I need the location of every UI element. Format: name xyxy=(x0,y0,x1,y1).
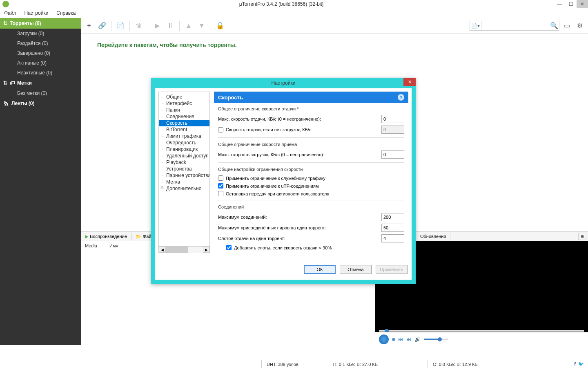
sidebar-feeds-header[interactable]: Ленты (0) xyxy=(0,98,81,109)
add-torrent-button[interactable]: + xyxy=(83,20,95,31)
tree-remote[interactable]: Удалённый доступ xyxy=(159,153,209,159)
tab-updates[interactable]: Обновления xyxy=(416,233,450,240)
tab-label: Обновления xyxy=(420,234,446,239)
prev-icon[interactable]: ⏮ xyxy=(398,337,403,342)
create-torrent-button[interactable]: 📄 xyxy=(115,20,126,31)
alt-upload-label: Скорость отдачи, если нет загрузок, КБ/с… xyxy=(226,127,312,132)
help-icon[interactable]: ? xyxy=(398,94,404,101)
tree-paired-devices[interactable]: Парные устройства xyxy=(159,172,209,179)
tree-folders[interactable]: Папки xyxy=(159,107,209,113)
max-conn-input[interactable] xyxy=(381,213,404,221)
play-button[interactable] xyxy=(379,334,389,344)
preferences-button[interactable]: ⚙ xyxy=(574,20,586,31)
tree-bittorrent[interactable]: BitTorrent xyxy=(159,126,209,133)
tab-menu-button[interactable]: ≡ xyxy=(578,233,586,240)
group-connections: Соединений Максимум соединений: Максимум… xyxy=(214,201,408,253)
stop-checkbox[interactable] xyxy=(218,191,223,196)
search-button[interactable]: 🔍 xyxy=(549,20,559,31)
column-name[interactable]: Имя xyxy=(109,243,118,248)
minimize-button[interactable]: — xyxy=(554,0,565,8)
stop-icon[interactable]: ■ xyxy=(392,337,395,342)
tree-advanced[interactable]: Дополнительно xyxy=(159,185,209,192)
tree-playback[interactable]: Playback xyxy=(159,159,209,166)
titlebar: μTorrentPro 3.4.2 (build 38656) [32-bit]… xyxy=(0,0,588,8)
tree-queue[interactable]: Очерёдность xyxy=(159,139,209,146)
tree-label[interactable]: Метка xyxy=(159,179,209,185)
max-upload-input[interactable] xyxy=(381,115,404,123)
add-url-button[interactable]: 🔗 xyxy=(96,20,108,31)
start-button[interactable]: ▶ xyxy=(151,20,163,31)
sidebar-item-active[interactable]: Активные (0) xyxy=(0,58,81,68)
tree-devices[interactable]: Устройства xyxy=(159,166,209,172)
scroll-thumb[interactable] xyxy=(165,247,188,253)
max-download-input[interactable] xyxy=(381,150,404,159)
max-peers-label: Максимум присоединённых пиров на один то… xyxy=(218,225,326,230)
volume-icon[interactable]: 🔊 xyxy=(414,337,421,342)
column-media[interactable]: Media xyxy=(85,243,97,248)
separator xyxy=(148,21,148,31)
group-download: Общее ограничение скорости приёма Макс. … xyxy=(214,139,408,162)
sidebar-item-completed[interactable]: Завершено (0) xyxy=(0,48,81,58)
group-global: Общие настройки ограничения скорости При… xyxy=(214,164,408,199)
volume-knob[interactable] xyxy=(438,337,442,341)
sidebar-item-no-label[interactable]: Без метки (0) xyxy=(0,88,81,98)
close-button[interactable]: ✕ xyxy=(577,0,588,8)
scroll-left-icon[interactable]: ◀ xyxy=(159,247,165,253)
sidebar-torrents-header[interactable]: ⇅ Торренты (0) xyxy=(0,18,81,29)
tree-scheduler[interactable]: Планировщик xyxy=(159,146,209,153)
search-category-button[interactable]: 📄▾ xyxy=(470,21,481,30)
sidebar-item-seeding[interactable]: Раздаётся (0) xyxy=(0,38,81,48)
window-title: μTorrentPro 3.4.2 (build 38656) [32-bit] xyxy=(9,1,554,7)
alt-upload-checkbox[interactable] xyxy=(218,127,223,132)
twitter-icon[interactable]: 🐦 xyxy=(578,361,584,367)
max-peers-input[interactable] xyxy=(381,224,404,232)
group-title: Общие настройки ограничения скорости xyxy=(218,167,404,172)
dialog-titlebar[interactable]: Настройки ✕ xyxy=(151,78,416,88)
ok-button[interactable]: ОК xyxy=(304,265,336,274)
alt-upload-input xyxy=(381,126,404,134)
sidebar-item-downloads[interactable]: Загрузки (0) xyxy=(0,29,81,38)
utp-checkbox[interactable] xyxy=(218,183,223,188)
next-icon[interactable]: ⏭ xyxy=(406,337,411,342)
separator xyxy=(211,21,211,31)
apply-button[interactable]: Применить xyxy=(376,265,408,274)
sidebar-item-inactive[interactable]: Неактивные (0) xyxy=(0,68,81,78)
tree-connection[interactable]: Соединение xyxy=(159,113,209,120)
settings-tree: Общие Интерфейс Папки Соединение Скорост… xyxy=(158,92,210,253)
move-down-button[interactable]: ▼ xyxy=(196,20,207,31)
search-input[interactable] xyxy=(481,23,549,29)
delete-button[interactable]: 🗑 xyxy=(133,20,145,31)
social-links: f 🐦 xyxy=(574,361,588,367)
cancel-button[interactable]: Отмена xyxy=(340,265,372,274)
tree-interface[interactable]: Интерфейс xyxy=(159,100,209,107)
overhead-checkbox[interactable] xyxy=(218,175,223,181)
tree-general[interactable]: Общие xyxy=(159,94,209,100)
slots-input[interactable] xyxy=(381,234,404,242)
volume-slider[interactable] xyxy=(424,339,448,340)
tree-speed[interactable]: Скорость xyxy=(159,120,209,126)
sidebar-labels-header[interactable]: ⇅ 🏷 Метки xyxy=(0,78,81,88)
facebook-icon[interactable]: f xyxy=(574,361,576,367)
max-conn-label: Максимум соединений: xyxy=(218,215,267,220)
tree-scrollbar[interactable]: ◀ ▶ xyxy=(159,246,209,253)
window-controls: — ☐ ✕ xyxy=(554,0,588,8)
menu-settings[interactable]: Настройки xyxy=(20,9,53,18)
maximize-button[interactable]: ☐ xyxy=(565,0,577,8)
scroll-right-icon[interactable]: ▶ xyxy=(203,247,209,253)
tab-playback[interactable]: ▶ Воспроизведение xyxy=(81,233,131,240)
pause-button[interactable]: ⏸ xyxy=(165,20,176,31)
utp-label: Применить ограничение к uTP-соединениям xyxy=(226,184,319,188)
group-title: Соединений xyxy=(218,204,404,209)
move-up-button[interactable]: ▲ xyxy=(183,20,194,31)
toggle-icon: ⇅ xyxy=(3,20,7,26)
unlock-button[interactable]: 🔓 xyxy=(214,20,226,31)
menu-help[interactable]: Справка xyxy=(52,9,80,18)
remote-button[interactable]: ▭ xyxy=(561,20,572,31)
menu-file[interactable]: Файл xyxy=(0,9,20,18)
separator xyxy=(179,21,180,31)
tree-traffic-limit[interactable]: Лимит трафика xyxy=(159,133,209,139)
sidebar: ⇅ Торренты (0) Загрузки (0) Раздаётся (0… xyxy=(0,18,81,345)
dialog-close-button[interactable]: ✕ xyxy=(403,78,416,86)
statusbar: DHT: 389 узлов П: 0.1 КБ/с В: 27.0 КБ О:… xyxy=(0,360,588,368)
add-slots-checkbox[interactable] xyxy=(226,245,232,250)
